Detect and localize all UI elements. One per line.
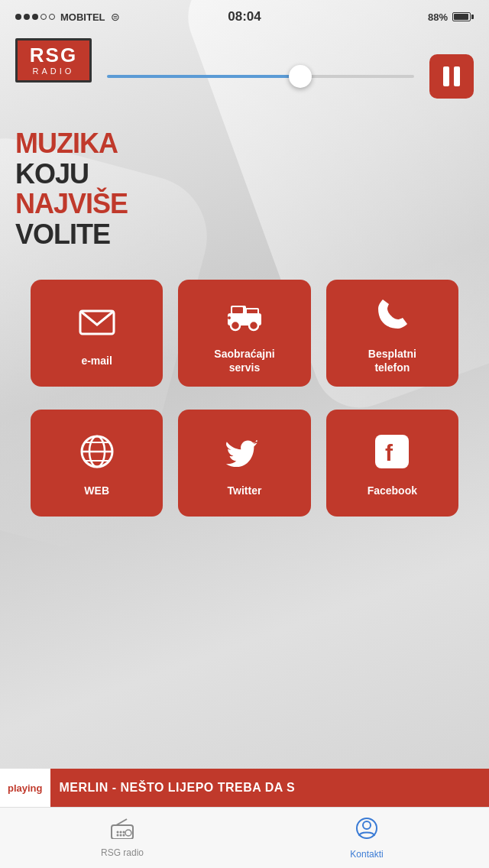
web-button[interactable]: WEB — [31, 410, 163, 517]
app-logo: RSG RADIO — [15, 38, 92, 115]
phone-button[interactable]: Besplatnitelefon — [326, 280, 458, 387]
grid-row-1: e-mail — [31, 280, 458, 387]
svg-point-22 — [123, 834, 125, 837]
volume-slider-track[interactable] — [107, 75, 414, 78]
header: RSG RADIO — [0, 31, 489, 122]
status-left: MOBITEL ⊜ — [15, 11, 120, 23]
signal-dot-2 — [24, 14, 30, 20]
status-right: 88% — [428, 11, 474, 23]
phone-label: Besplatnitelefon — [368, 347, 416, 374]
facebook-label: Facebook — [368, 484, 417, 497]
svg-point-7 — [228, 316, 231, 319]
svg-text:f: f — [385, 440, 393, 465]
volume-slider-area[interactable] — [107, 75, 414, 78]
svg-point-5 — [249, 321, 258, 330]
logo-rsg-box: RSG RADIO — [15, 38, 92, 83]
radio-icon — [110, 818, 134, 844]
tab-rsg-label: RSG radio — [101, 847, 144, 858]
tab-rsg-radio[interactable]: RSG radio — [0, 808, 244, 868]
playing-track: MERLIN - NEŠTO LIJEPO TREBA DA S — [50, 781, 296, 795]
status-bar: MOBITEL ⊜ 08:04 88% — [0, 0, 489, 31]
battery-percent: 88% — [428, 11, 448, 23]
slogan-line-2: KOJU — [15, 159, 474, 189]
pause-bar-left — [443, 66, 449, 86]
grid-section: e-mail — [0, 264, 489, 532]
logo-sub: RADIO — [24, 66, 83, 76]
svg-point-17 — [117, 831, 119, 834]
facebook-button[interactable]: f Facebook — [326, 410, 458, 517]
signal-dot-5 — [49, 14, 55, 20]
slogan-line-1: MUZIKA — [15, 128, 474, 159]
pause-button[interactable] — [429, 54, 474, 99]
svg-point-4 — [231, 321, 240, 330]
carrier-label: MOBITEL — [60, 11, 105, 23]
svg-point-19 — [123, 831, 125, 834]
svg-point-20 — [117, 834, 119, 837]
slogan-block: MUZIKA KOJU NAJVIŠE VOLITE — [0, 122, 489, 264]
slogan-line-3: NAJVIŠE — [15, 189, 474, 219]
traffic-label: Saobraćajniservis — [214, 347, 274, 374]
logo-letters: RSG — [24, 45, 83, 65]
phone-icon — [372, 295, 412, 341]
twitter-icon — [225, 432, 264, 478]
battery-fill — [454, 14, 468, 20]
signal-dot-4 — [40, 14, 47, 20]
email-button[interactable]: e-mail — [31, 280, 163, 387]
svg-point-23 — [125, 830, 131, 836]
svg-point-25 — [363, 821, 371, 829]
pause-icon — [443, 66, 460, 86]
traffic-button[interactable]: Saobraćajniservis — [178, 280, 310, 387]
email-icon — [77, 302, 117, 348]
svg-rect-6 — [232, 307, 243, 313]
svg-line-16 — [116, 819, 127, 825]
svg-rect-15 — [112, 825, 133, 839]
tab-kontakti-label: Kontakti — [350, 849, 383, 860]
svg-point-21 — [120, 834, 122, 837]
svg-point-18 — [120, 831, 122, 834]
grid-row-2: WEB Twitter f Facebook — [31, 410, 458, 517]
signal-dot-1 — [15, 14, 21, 20]
status-time: 08:04 — [228, 9, 261, 24]
playing-label: playing — [0, 769, 50, 807]
volume-slider-thumb[interactable] — [289, 65, 312, 88]
web-icon — [77, 432, 117, 478]
jeep-icon — [225, 295, 264, 341]
now-playing-bar: playing MERLIN - NEŠTO LIJEPO TREBA DA S — [0, 769, 489, 807]
wifi-icon: ⊜ — [111, 11, 120, 23]
twitter-button[interactable]: Twitter — [178, 410, 310, 517]
pause-bar-right — [454, 66, 460, 86]
person-icon — [355, 816, 379, 846]
twitter-label: Twitter — [228, 484, 262, 497]
battery-body — [452, 12, 471, 21]
tab-kontakti[interactable]: Kontakti — [244, 808, 489, 868]
battery-icon — [452, 12, 474, 21]
tab-bar: RSG radio Kontakti — [0, 807, 489, 868]
signal-dot-3 — [32, 14, 38, 20]
slogan-line-4: VOLITE — [15, 219, 474, 250]
email-label: e-mail — [81, 354, 112, 368]
web-label: WEB — [84, 484, 109, 497]
facebook-icon: f — [372, 432, 412, 478]
battery-tip — [471, 15, 474, 19]
